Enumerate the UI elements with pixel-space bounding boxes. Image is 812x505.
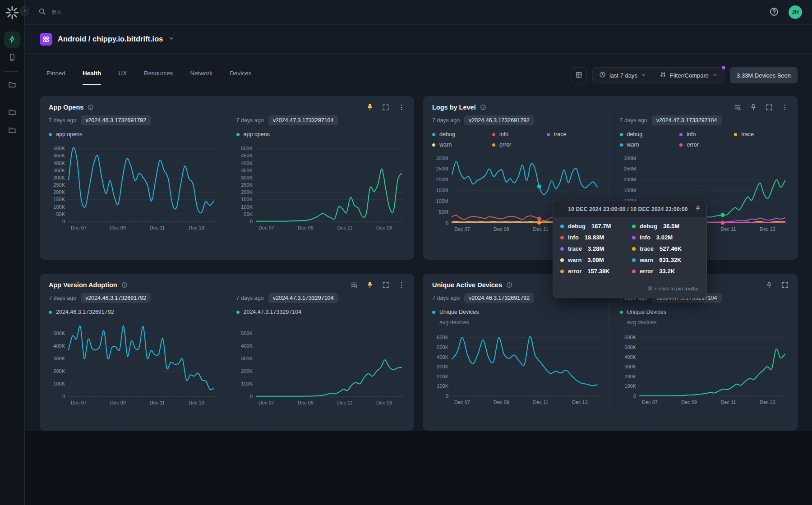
help-button[interactable] [770, 7, 779, 18]
svg-text:Dec 13: Dec 13 [376, 225, 392, 230]
svg-text:350K: 350K [53, 168, 65, 173]
svg-text:50K: 50K [244, 211, 253, 217]
devices-seen-button[interactable]: 3.33M Devices Seen [730, 67, 798, 83]
sidebar-collapse-button[interactable] [20, 6, 29, 16]
sidebar-item-lightning-0[interactable] [4, 32, 20, 48]
svg-text:200K: 200K [241, 368, 253, 374]
svg-text:0: 0 [633, 393, 636, 399]
chart-canvas[interactable]: 600K500K400K300K200K100K0Dec 07Dec 09Dec… [620, 329, 789, 409]
kebab-icon[interactable] [398, 281, 405, 289]
info-icon[interactable] [88, 104, 94, 110]
legend-item[interactable]: trace [547, 131, 601, 138]
filter-compare-dropdown[interactable]: Filter/Compare [653, 68, 724, 83]
version-badge: v2024.47.3.1733297104 [268, 293, 338, 303]
sidebar-nav [4, 30, 20, 141]
chart-tooltip: 10 DEC 2024 23:00:00 / 10 DEC 2024 23:00… [553, 201, 707, 298]
sidebar-item-folder-6[interactable] [4, 123, 20, 139]
topbar-right: JH [770, 5, 802, 19]
pin-filled-icon[interactable] [366, 104, 374, 111]
svg-text:300K: 300K [241, 175, 253, 180]
tooltip-pin-button[interactable] [695, 205, 701, 213]
expand-icon[interactable] [382, 104, 389, 111]
legend-item[interactable]: 2024.46.3.1732691792 [49, 309, 218, 315]
tooltip-row: trace3.28M [560, 245, 627, 252]
expand-icon[interactable] [382, 281, 389, 289]
lightning-icon [8, 35, 16, 45]
card-actions [351, 281, 405, 289]
tab-devices[interactable]: Devices [230, 67, 251, 85]
sliders-icon [660, 71, 666, 79]
svg-text:200K: 200K [53, 189, 65, 195]
info-icon[interactable] [480, 104, 486, 110]
legend-item[interactable]: app opens [49, 131, 218, 138]
expand-icon[interactable] [766, 104, 773, 111]
chart-canvas[interactable]: 600K500K400K300K200K100K0Dec 07Dec 09Dec… [432, 329, 601, 409]
svg-text:300K: 300K [53, 175, 65, 180]
svg-text:100K: 100K [241, 204, 253, 210]
chart-canvas[interactable]: 500K450K400K350K300K250K200K150K100K50K0… [49, 141, 218, 234]
legend-item[interactable]: avg devices [432, 319, 601, 326]
sidebar-item-phone-1[interactable] [4, 50, 20, 66]
pin-filled-icon[interactable] [366, 281, 374, 289]
avatar[interactable]: JH [789, 5, 802, 19]
expand-icon[interactable] [781, 281, 789, 289]
sidebar-item-folder-3[interactable] [4, 77, 20, 93]
svg-text:300M: 300M [623, 156, 636, 161]
time-range-dropdown[interactable]: last 7 days [593, 68, 653, 83]
list-search-icon[interactable] [351, 281, 358, 289]
legend-item[interactable]: debug [432, 131, 492, 138]
svg-text:450K: 450K [53, 153, 65, 158]
chart-panel: 7 days agov2024.46.3.17326917922024.46.3… [49, 293, 226, 409]
tab-network[interactable]: Network [190, 67, 213, 85]
kebab-icon[interactable] [398, 104, 405, 111]
panel-meta: 7 days agov2024.46.3.1732691792 [49, 293, 218, 303]
info-icon[interactable] [121, 282, 128, 288]
legend-item[interactable]: avg devices [620, 319, 789, 326]
topbar: ⌘K JH [25, 0, 812, 25]
legend-item[interactable]: 2024.47.3.1733297104 [236, 309, 406, 315]
global-search[interactable]: ⌘K [38, 8, 61, 17]
app-grid-icon [40, 33, 52, 46]
list-search-icon[interactable] [734, 104, 741, 111]
legend-item[interactable]: debug [620, 131, 680, 138]
app-switcher-button[interactable] [168, 35, 175, 43]
svg-text:Dec 07: Dec 07 [454, 226, 470, 232]
svg-text:Dec 11: Dec 11 [337, 225, 352, 230]
legend-item[interactable]: error [492, 142, 547, 148]
tooltip-row: debug36.5M [632, 223, 699, 230]
tab-ux[interactable]: UX [118, 67, 127, 85]
legend-item[interactable]: Unique Devices [432, 309, 601, 315]
legend-item[interactable]: Unique Devices [620, 309, 789, 315]
legend-item[interactable]: warn [432, 142, 492, 148]
legend-item[interactable]: info [492, 131, 547, 138]
svg-text:Dec 09: Dec 09 [298, 225, 314, 230]
sidebar-item-folder-5[interactable] [4, 105, 20, 121]
chart-canvas[interactable]: 500K400K300K200K100K0Dec 07Dec 09Dec 11D… [49, 319, 218, 409]
svg-text:Dec 13: Dec 13 [572, 399, 588, 405]
tab-pinned[interactable]: Pinned [46, 67, 65, 85]
chart-canvas[interactable]: 500K400K300K200K100K0Dec 07Dec 09Dec 11D… [236, 319, 406, 409]
chevron-down-icon [168, 35, 175, 43]
tab-health[interactable]: Health [83, 67, 101, 85]
tooltip-row: trace527.46K [632, 245, 699, 252]
pin-icon[interactable] [766, 281, 773, 289]
svg-text:500K: 500K [624, 344, 636, 350]
legend-item[interactable]: info [679, 131, 734, 138]
chart-canvas[interactable]: 500K450K400K350K300K250K200K150K100K50K0… [236, 141, 406, 234]
filter-compare-label: Filter/Compare [670, 72, 709, 79]
tab-resources[interactable]: Resources [144, 67, 173, 85]
svg-text:50K: 50K [56, 211, 65, 217]
layout-grid-button[interactable] [571, 67, 587, 83]
kebab-icon[interactable] [781, 104, 789, 111]
pin-icon[interactable] [750, 104, 757, 111]
legend-item[interactable]: error [679, 142, 734, 148]
panel-meta: 7 days agov2024.47.3.1733297104 [236, 115, 406, 125]
legend-item[interactable]: app opens [236, 131, 406, 138]
time-ago-label: 7 days ago [49, 295, 76, 301]
card-title: App Opens [49, 104, 83, 111]
legend-item[interactable]: trace [734, 131, 789, 138]
info-icon[interactable] [506, 282, 512, 288]
legend-item[interactable]: warn [620, 142, 680, 148]
card-title: Logs by Level [432, 104, 476, 111]
panel-meta: 7 days agov2024.46.3.1732691792 [432, 115, 601, 125]
